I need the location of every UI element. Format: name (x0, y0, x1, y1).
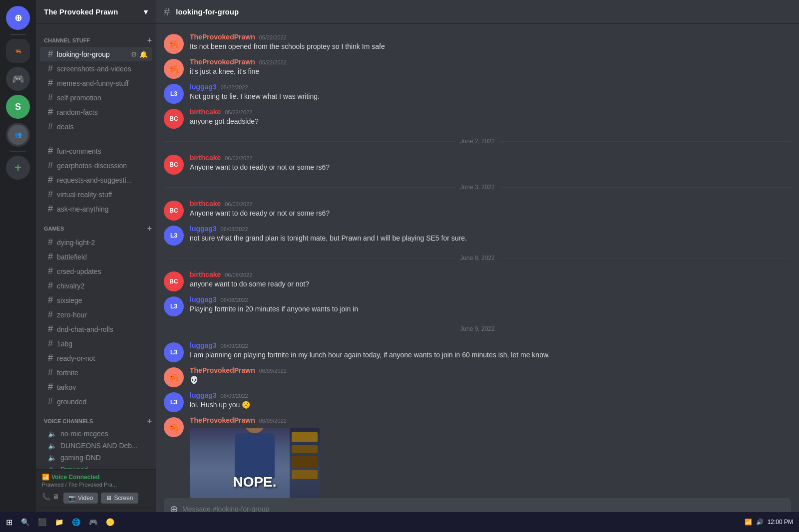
channel-item-self-promo[interactable]: # self-promotion (40, 90, 152, 105)
server-divider-2 (10, 151, 26, 152)
speaker-icon: 🔈 (48, 454, 56, 462)
channel-item-gear[interactable]: # gearphotos-discussion (40, 158, 152, 173)
channel-category-channel-games[interactable] (36, 134, 156, 144)
channel-item-looking-for-group[interactable]: # looking-for-group ⚙ 🔔 (40, 47, 152, 61)
channel-item-requests[interactable]: # requests-and-suggesti... (40, 173, 152, 187)
channel-category-stuff[interactable]: CHANNEL STUFF + (36, 28, 156, 47)
server-icon-prawn[interactable]: 🦐 (6, 39, 30, 63)
channel-item-ask[interactable]: # ask-me-anything (40, 202, 152, 216)
time: 12:00 PM (768, 519, 793, 526)
add-channel-button[interactable]: + (147, 36, 152, 45)
monitor-icon[interactable]: 🖥 (52, 493, 59, 504)
message-time: 06/08/2022 (221, 297, 248, 303)
message-content: luggag3 05/22/2022 Not going to lie. I k… (190, 83, 791, 104)
message-content: birthcake 05/22/2022 anyone got deadside… (190, 108, 791, 129)
channel-item-ready-or-not[interactable]: # ready-or-not (40, 351, 152, 365)
video-button[interactable]: 📷 Video (63, 493, 98, 504)
channel-item-zero-hour[interactable]: # zero-hour (40, 307, 152, 322)
channel-item-sixsiege[interactable]: # sixsiege (40, 293, 152, 307)
screen-icon: 🖥 (106, 495, 112, 502)
speaker-icon: 🔈 (48, 466, 56, 469)
channel-item-dungeons[interactable]: 🔈 DUNGEONS AND Deb... (40, 440, 152, 452)
add-game-channel-button[interactable]: + (147, 224, 152, 233)
browser-button[interactable]: 🌐 (68, 513, 84, 531)
channel-item-memes[interactable]: # memes-and-funny-stuff (40, 76, 152, 90)
avatar: L3 (164, 342, 184, 362)
explorer-button[interactable]: 📁 (51, 513, 67, 531)
avatar: L3 (164, 296, 184, 316)
hash-icon: # (48, 237, 53, 248)
server-icon-4[interactable]: 👥 (6, 123, 30, 147)
channel-item-vr[interactable]: # virtual-reality-stuff (40, 187, 152, 202)
channel-item-dying-light[interactable]: # dying-light-2 (40, 235, 152, 250)
speaker-icon: 🔈 (48, 442, 56, 450)
bookshelf (290, 428, 320, 498)
hash-icon: # (48, 382, 53, 392)
channel-item-prawned[interactable]: 🔈 Prawned (40, 464, 152, 469)
date-label: June 8, 2022 (460, 255, 494, 262)
channel-category-voice[interactable]: VOICE CHANNELS + (36, 409, 156, 428)
add-server-button[interactable]: + (6, 156, 30, 180)
hash-icon: # (48, 92, 53, 103)
server-header[interactable]: The Provoked Prawn ▾ (36, 0, 156, 24)
settings-icon[interactable]: ⚙ (131, 50, 137, 58)
channel-item-grounded[interactable]: # grounded (40, 394, 152, 409)
message-author: luggag3 (190, 391, 217, 399)
channel-item-1abg[interactable]: # 1abg (40, 336, 152, 351)
server-icon-3[interactable]: S (6, 95, 30, 119)
channel-item-crsed[interactable]: # crsed-updates (40, 264, 152, 278)
taskview-button[interactable]: ⬛ (34, 513, 50, 531)
channel-item-tarkov[interactable]: # tarkov (40, 380, 152, 394)
avatar: BC (164, 271, 184, 291)
channel-item-fortnite[interactable]: # fortnite (40, 365, 152, 380)
add-voice-button[interactable]: + (147, 417, 152, 426)
message-header: luggag3 06/03/2022 (190, 225, 791, 233)
search-icon: 🔍 (21, 518, 29, 526)
channel-item-fun-comments[interactable]: # fun-comments (40, 144, 152, 158)
message-content: birthcake 06/02/2022 Anyone want to do r… (190, 154, 791, 175)
channel-item-screenshots[interactable]: # screenshots-and-videos (40, 61, 152, 76)
server-divider (10, 34, 26, 35)
discord-home-icon[interactable]: ⊕ (6, 6, 30, 30)
message-content: birthcake 06/03/2022 Anyone want to do r… (190, 200, 791, 221)
chrome-button[interactable]: 🟡 (102, 513, 118, 531)
channel-item-chivalry[interactable]: # chivalry2 (40, 278, 152, 293)
notification-icon[interactable]: 🔔 (139, 50, 148, 58)
volume-icon: 🔊 (756, 519, 764, 526)
hash-icon: # (48, 396, 53, 407)
hash-icon: # (48, 63, 53, 74)
message-text: Playing fortnite in 20 minutes if anyone… (190, 304, 791, 314)
system-tray[interactable]: 📶 🔊 12:00 PM (741, 513, 797, 531)
channel-category-games[interactable]: GAMES + (36, 216, 156, 235)
message-content: TheProvokedPrawn 06/09/2022 💀 (190, 366, 791, 387)
start-button[interactable]: ⊞ (2, 513, 16, 531)
hash-icon: # (48, 146, 53, 156)
search-button[interactable]: 🔍 (17, 513, 33, 531)
channel-sidebar: The Provoked Prawn ▾ CHANNEL STUFF + # l… (36, 0, 156, 532)
message-content: luggag3 06/08/2022 Playing fortnite in 2… (190, 295, 791, 316)
messages-area[interactable]: 🦐 TheProvokedPrawn 05/22/2022 Its not be… (156, 24, 799, 498)
channel-item-dnd[interactable]: # dnd-chat-and-rolls (40, 322, 152, 336)
message-text: 💀 (190, 375, 791, 385)
channel-item-battlefield[interactable]: # battlefield (40, 250, 152, 264)
server-icon-2[interactable]: 🎮 (6, 67, 30, 91)
channel-item-deals[interactable]: # deals (40, 119, 152, 134)
message-content: luggag3 06/09/2022 I am planning on play… (190, 341, 791, 362)
taskbar: ⊞ 🔍 ⬛ 📁 🌐 🎮 🟡 📶 🔊 12:00 PM (0, 512, 799, 532)
hash-icon: # (48, 338, 53, 349)
folder-icon: 📁 (55, 518, 63, 526)
avatar: 🦐 (164, 367, 184, 387)
phone-icon[interactable]: 📞 (42, 493, 50, 504)
steam-icon: 🎮 (89, 518, 97, 526)
channel-item-gaming-dnd[interactable]: 🔈 gaming-DND (40, 452, 152, 464)
browser-icon: 🌐 (72, 518, 80, 526)
message-header: luggag3 05/22/2022 (190, 83, 791, 91)
steam-button[interactable]: 🎮 (85, 513, 101, 531)
message-author: luggag3 (190, 83, 217, 91)
signal-icon: 📶 (42, 474, 49, 481)
channel-item-random[interactable]: # random-facts (40, 105, 152, 119)
message-header: TheProvokedPrawn 06/09/2022 (190, 416, 791, 424)
channel-item-no-mic[interactable]: 🔈 no-mic-mcgees (40, 428, 152, 440)
screen-button[interactable]: 🖥 Screen (101, 493, 138, 504)
voice-connected-area: 📶 Voice Connected Prawned / The Provoked… (36, 469, 156, 508)
